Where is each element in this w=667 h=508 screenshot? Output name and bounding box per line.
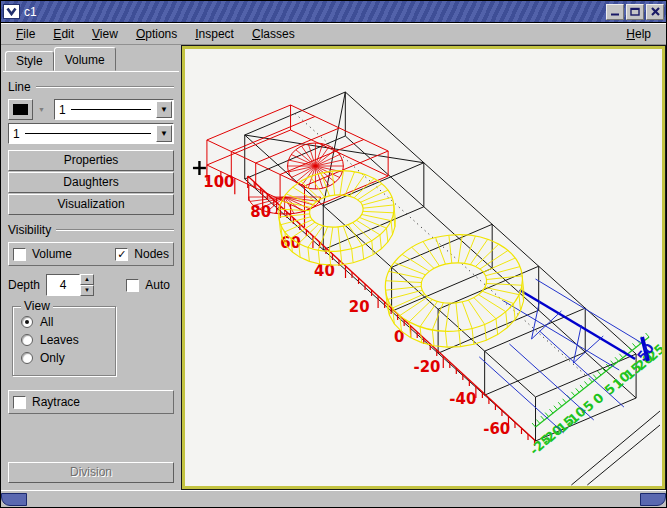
- visualization-button[interactable]: Visualization: [8, 194, 174, 215]
- line-color-button[interactable]: [8, 99, 33, 120]
- line-style-combobox[interactable]: 1 ▼: [8, 123, 174, 144]
- volume-checkbox-label: Volume: [32, 247, 72, 261]
- line-style-value: 1: [13, 127, 20, 141]
- visibility-frame: Volume ✓ Nodes: [8, 242, 174, 266]
- resize-grip-left[interactable]: [1, 493, 27, 506]
- depth-increment-button[interactable]: ▲: [80, 274, 94, 285]
- radio-row-all[interactable]: All: [21, 315, 107, 329]
- line-group-rule: [36, 86, 174, 88]
- line-color-dropdown-button[interactable]: ▼: [35, 99, 48, 120]
- minimize-icon: [610, 8, 620, 16]
- division-button[interactable]: Division: [8, 462, 174, 483]
- line-width-dropdown-icon[interactable]: ▼: [156, 101, 172, 118]
- line-style-preview: [25, 133, 151, 134]
- window-title: c1: [24, 4, 604, 19]
- raytrace-checkbox-label: Raytrace: [32, 395, 80, 409]
- menu-inspect[interactable]: Inspect: [186, 25, 243, 43]
- visibility-group-label: Visibility: [8, 223, 51, 237]
- volume-checkbox[interactable]: [13, 248, 26, 261]
- depth-entry[interactable]: 4: [46, 274, 80, 296]
- line-group-label: Line: [8, 80, 31, 94]
- application-window: c1 File Edit View Options Inspect Classe…: [0, 0, 667, 508]
- view-groupbox: View All Leaves Only: [12, 306, 116, 376]
- visibility-group-rule: [56, 229, 174, 231]
- resize-grip-right[interactable]: [640, 493, 666, 506]
- close-icon: [651, 7, 660, 16]
- blue-wireframe-volume: 50: [479, 279, 657, 433]
- red-wireframe-volume: [207, 105, 388, 227]
- tab-style[interactable]: Style: [5, 51, 54, 71]
- raytrace-frame: Raytrace: [8, 390, 174, 414]
- line-group-header: Line: [8, 80, 174, 94]
- all-radio-label: All: [40, 315, 53, 329]
- x-axis-red: 100806040200-20-40-60: [203, 173, 534, 446]
- chevron-down-icon: [6, 7, 17, 16]
- line-width-value: 1: [59, 103, 66, 117]
- volume-tab-content: Line ▼ 1 ▼ 1 ▼: [3, 71, 179, 490]
- window-bottom-frame: [1, 490, 666, 506]
- line-width-preview: [71, 109, 151, 110]
- title-bar[interactable]: c1: [1, 1, 666, 23]
- visibility-group-header: Visibility: [8, 223, 174, 237]
- line-style-dropdown-icon[interactable]: ▼: [156, 125, 172, 142]
- daughters-button[interactable]: Daughters: [8, 172, 174, 193]
- menu-help[interactable]: Help: [617, 25, 660, 43]
- maximize-button[interactable]: [626, 4, 644, 20]
- nodes-checkbox[interactable]: ✓: [115, 248, 128, 261]
- menu-options[interactable]: Options: [127, 25, 186, 43]
- mother-volume-wireframe: [245, 92, 660, 485]
- red-axis-label: 20: [349, 298, 370, 316]
- nodes-checkbox-label: Nodes: [134, 247, 169, 261]
- menu-bar: File Edit View Options Inspect Classes H…: [1, 23, 666, 45]
- depth-decrement-button[interactable]: ▼: [80, 285, 94, 296]
- menu-classes[interactable]: Classes: [243, 25, 304, 43]
- viewport-3d[interactable]: 100806040200-20-40-60-25-20-15-10-505101…: [185, 49, 662, 486]
- maximize-icon: [630, 7, 640, 16]
- window-menu-icon[interactable]: [3, 4, 20, 19]
- radio-row-leaves[interactable]: Leaves: [21, 333, 107, 347]
- depth-label: Depth: [8, 278, 40, 292]
- raytrace-checkbox[interactable]: [13, 396, 26, 409]
- line-width-combobox[interactable]: 1 ▼: [54, 99, 174, 120]
- red-axis-label: 0: [394, 328, 404, 346]
- auto-checkbox-label: Auto: [145, 278, 170, 292]
- minimize-button[interactable]: [606, 4, 624, 20]
- all-radio[interactable]: [21, 316, 33, 328]
- close-button[interactable]: [646, 4, 664, 20]
- radio-row-only[interactable]: Only: [21, 351, 107, 365]
- editor-tabs: Style Volume: [3, 46, 179, 71]
- tab-volume[interactable]: Volume: [54, 47, 116, 71]
- red-axis-label: -40: [449, 390, 476, 408]
- volume-editor-panel: Style Volume Line ▼ 1 ▼: [1, 45, 181, 490]
- auto-checkbox[interactable]: [126, 279, 139, 292]
- red-axis-label: -60: [483, 420, 510, 438]
- leaves-radio[interactable]: [21, 334, 33, 346]
- line-color-swatch: [13, 104, 28, 115]
- red-axis-label: -20: [414, 358, 441, 376]
- root-canvas-frame: 100806040200-20-40-60-25-20-15-10-505101…: [181, 45, 666, 490]
- view-groupbox-label: View: [21, 299, 53, 313]
- menu-file[interactable]: File: [7, 25, 44, 43]
- only-radio-label: Only: [40, 351, 65, 365]
- only-radio[interactable]: [21, 352, 33, 364]
- leaves-radio-label: Leaves: [40, 333, 79, 347]
- menu-view[interactable]: View: [83, 25, 127, 43]
- canvas-c1[interactable]: 100806040200-20-40-60-25-20-15-10-505101…: [185, 49, 662, 486]
- properties-button[interactable]: Properties: [8, 150, 174, 171]
- menu-edit[interactable]: Edit: [44, 25, 83, 43]
